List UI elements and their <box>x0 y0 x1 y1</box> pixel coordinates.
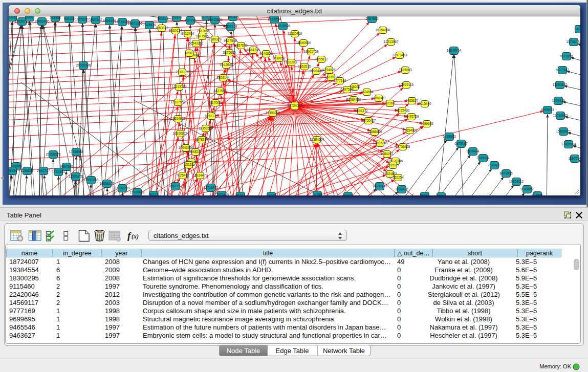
svg-text:20053346: 20053346 <box>76 63 91 67</box>
svg-text:12213967: 12213967 <box>384 40 399 43</box>
svg-text:3875685: 3875685 <box>223 51 236 54</box>
svg-text:8186328: 8186328 <box>208 37 222 41</box>
svg-text:7357224: 7357224 <box>224 25 237 28</box>
svg-text:8215953: 8215953 <box>541 108 554 112</box>
svg-text:924506: 924506 <box>532 193 543 196</box>
svg-text:9242848: 9242848 <box>220 63 233 67</box>
svg-text:20206576: 20206576 <box>46 152 61 156</box>
svg-text:9615440: 9615440 <box>418 102 431 105</box>
svg-text:906118: 906118 <box>63 17 75 20</box>
svg-text:12213389: 12213389 <box>172 85 187 89</box>
svg-text:9777169: 9777169 <box>333 79 346 82</box>
svg-text:15751074: 15751074 <box>567 40 580 43</box>
svg-text:10654112: 10654112 <box>509 180 524 183</box>
svg-text:7386372: 7386372 <box>355 109 368 113</box>
svg-text:1615112: 1615112 <box>387 163 400 167</box>
svg-text:98901: 98901 <box>185 51 194 55</box>
svg-text:6497568: 6497568 <box>340 87 354 91</box>
svg-text:8427552: 8427552 <box>213 89 227 93</box>
svg-text:15126: 15126 <box>184 163 193 166</box>
svg-text:830152: 830152 <box>185 18 196 22</box>
svg-text:19654923: 19654923 <box>403 128 418 132</box>
svg-text:9129966: 9129966 <box>560 54 573 58</box>
svg-text:18724007: 18724007 <box>288 104 302 107</box>
svg-text:19166827: 19166827 <box>173 132 188 135</box>
svg-text:17957253: 17957253 <box>84 178 99 182</box>
svg-text:11123: 11123 <box>575 27 580 31</box>
svg-text:10688609: 10688609 <box>367 130 382 134</box>
svg-text:11325419: 11325419 <box>288 32 302 35</box>
svg-text:20691406: 20691406 <box>35 19 50 23</box>
svg-text:3624554: 3624554 <box>360 90 374 94</box>
svg-text:16671355: 16671355 <box>128 21 143 25</box>
svg-text:16543362: 16543362 <box>189 41 204 45</box>
svg-text:19218506: 19218506 <box>276 24 291 28</box>
svg-text:2987682: 2987682 <box>365 17 379 20</box>
svg-text:62160: 62160 <box>385 101 395 105</box>
svg-text:8878334: 8878334 <box>195 138 208 141</box>
svg-text:2942757: 2942757 <box>37 169 50 172</box>
svg-text:9146821: 9146821 <box>259 52 273 55</box>
svg-text:8471676: 8471676 <box>499 171 513 175</box>
svg-text:18807249: 18807249 <box>373 141 388 145</box>
svg-text:11923468: 11923468 <box>130 190 145 194</box>
svg-text:1733426: 1733426 <box>395 187 408 191</box>
svg-text:7515526: 7515526 <box>143 23 156 27</box>
svg-text:903314: 903314 <box>157 17 168 20</box>
svg-text:6879197: 6879197 <box>454 142 468 145</box>
svg-text:9084067: 9084067 <box>380 152 394 156</box>
svg-text:2069: 2069 <box>26 16 34 19</box>
svg-text:14136141: 14136141 <box>373 184 387 188</box>
svg-text:151671: 151671 <box>171 16 182 19</box>
svg-text:1621072: 1621072 <box>324 75 338 79</box>
svg-text:16495759: 16495759 <box>404 115 419 118</box>
svg-text:1805: 1805 <box>9 16 16 19</box>
svg-text:12923465: 12923465 <box>214 193 229 196</box>
svg-text:90255: 90255 <box>313 193 322 196</box>
svg-text:15892971: 15892971 <box>556 129 571 133</box>
svg-text:9997586: 9997586 <box>60 165 73 168</box>
svg-text:2322605: 2322605 <box>197 29 210 33</box>
svg-text:16210643: 16210643 <box>553 114 568 117</box>
svg-text:1362615: 1362615 <box>298 64 311 68</box>
svg-text:252254: 252254 <box>393 176 404 179</box>
svg-text:19384554: 19384554 <box>310 138 324 141</box>
svg-text:16648764: 16648764 <box>447 49 462 52</box>
svg-text:12975115: 12975115 <box>399 83 414 86</box>
svg-text:917006: 917006 <box>210 101 221 104</box>
svg-text:7663822: 7663822 <box>155 26 168 30</box>
svg-text:5938923: 5938923 <box>443 135 456 138</box>
svg-text:16782759: 16782759 <box>115 186 130 190</box>
svg-text:17359934: 17359934 <box>69 150 84 154</box>
svg-text:10025433: 10025433 <box>395 108 410 112</box>
svg-text:6466160: 6466160 <box>103 19 116 23</box>
svg-text:8660124: 8660124 <box>169 29 182 32</box>
svg-text:19756928: 19756928 <box>396 145 410 148</box>
svg-text:15720407: 15720407 <box>361 119 376 122</box>
svg-text:2367608: 2367608 <box>234 43 248 47</box>
svg-text:f: f <box>127 230 132 241</box>
svg-text:1538852: 1538852 <box>272 56 286 60</box>
svg-text:18640910: 18640910 <box>296 41 311 45</box>
svg-text:2718176: 2718176 <box>176 70 189 74</box>
svg-text:8813054: 8813054 <box>268 17 281 21</box>
svg-text:11672: 11672 <box>343 194 353 196</box>
svg-text:1156829: 1156829 <box>21 169 34 172</box>
svg-text:17016504: 17016504 <box>561 142 576 146</box>
svg-text:10853267: 10853267 <box>75 17 90 21</box>
svg-text:20364436: 20364436 <box>346 98 361 101</box>
svg-text:7485063: 7485063 <box>399 68 412 72</box>
svg-text:2935114: 2935114 <box>477 156 490 160</box>
svg-text:7625402: 7625402 <box>176 173 189 177</box>
svg-text:7955812: 7955812 <box>315 57 328 61</box>
svg-text:19654925: 19654925 <box>171 117 186 120</box>
svg-text:10958107: 10958107 <box>100 182 115 185</box>
svg-text:1498222: 1498222 <box>189 150 202 154</box>
svg-text:11353594: 11353594 <box>199 126 213 130</box>
svg-text:8267130: 8267130 <box>205 114 218 118</box>
svg-text:8454749: 8454749 <box>247 48 260 52</box>
svg-text:10973493: 10973493 <box>393 53 407 57</box>
svg-text:1244419: 1244419 <box>552 99 565 102</box>
svg-text:96154: 96154 <box>420 194 429 196</box>
svg-text:15716485: 15716485 <box>204 186 219 189</box>
